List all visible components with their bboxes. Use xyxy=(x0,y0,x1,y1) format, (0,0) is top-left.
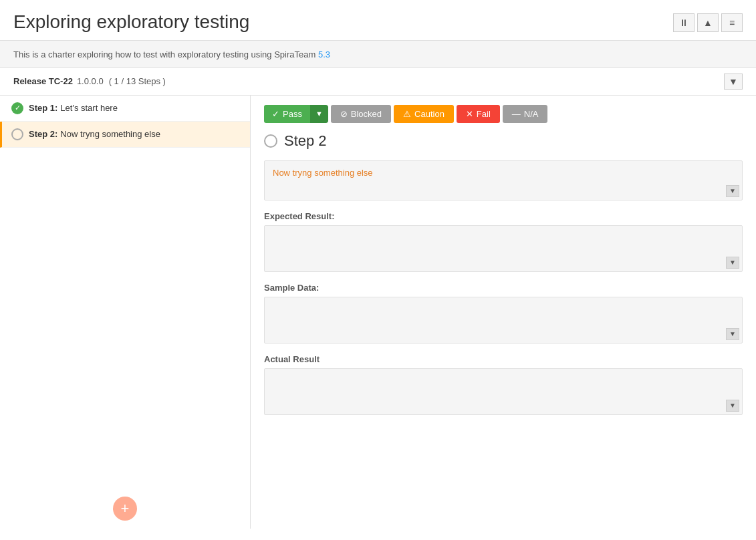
menu-button[interactable]: ≡ xyxy=(721,13,743,32)
right-panel: ✓ Pass ▼ ⊘ Blocked ⚠ Caution ✕ Fail xyxy=(251,96,756,529)
actual-result-label: Actual Result xyxy=(264,354,743,364)
expected-result-label: Expected Result: xyxy=(264,211,743,221)
action-bar: ✓ Pass ▼ ⊘ Blocked ⚠ Caution ✕ Fail xyxy=(264,96,743,132)
step-1-status-icon: ✓ xyxy=(11,102,23,114)
fail-icon: ✕ xyxy=(466,109,473,119)
step-2-label: Step 2: xyxy=(29,129,57,139)
sample-data-label: Sample Data: xyxy=(264,283,743,293)
description-text: Now tryng something else xyxy=(273,168,373,178)
sample-data-dropdown[interactable]: ▼ xyxy=(726,328,739,340)
description-section: Now tryng something else ▼ xyxy=(264,160,743,200)
na-button[interactable]: — N/A xyxy=(503,105,548,123)
blocked-button[interactable]: ⊘ Blocked xyxy=(331,105,391,123)
actual-result-section: Actual Result ▼ xyxy=(264,354,743,415)
step-2-description: Now tryng something else xyxy=(60,129,160,139)
actual-result-dropdown[interactable]: ▼ xyxy=(726,400,739,412)
step-detail-title: Step 2 xyxy=(284,132,327,150)
description-dropdown[interactable]: ▼ xyxy=(726,185,739,197)
pass-button[interactable]: ✓ Pass xyxy=(264,105,310,123)
step-item-1[interactable]: ✓ Step 1: Let's start here xyxy=(0,96,250,122)
page-header: Exploring exploratory testing ⏸ ▲ ≡ xyxy=(0,0,756,41)
expected-result-box[interactable]: ▼ xyxy=(264,225,743,272)
add-step-button[interactable]: + xyxy=(113,497,137,521)
spira-version-link[interactable]: 5.3 xyxy=(318,49,330,59)
step-detail-heading: Step 2 xyxy=(264,132,743,150)
caution-icon: ⚠ xyxy=(403,109,411,119)
expected-result-dropdown[interactable]: ▼ xyxy=(726,257,739,269)
pass-dropdown-button[interactable]: ▼ xyxy=(310,105,328,123)
step-item-2[interactable]: Step 2: Now tryng something else xyxy=(0,122,250,148)
release-label: Release TC-22 xyxy=(13,76,73,86)
main-layout: ✓ Step 1: Let's start here Step 2: Now t… xyxy=(0,96,756,529)
fail-button[interactable]: ✕ Fail xyxy=(457,105,500,123)
release-dropdown[interactable]: ▼ xyxy=(724,74,743,90)
step-1-description: Let's start here xyxy=(60,103,118,113)
na-icon: — xyxy=(512,109,521,119)
expected-result-section: Expected Result: ▼ xyxy=(264,211,743,272)
pass-button-group: ✓ Pass ▼ xyxy=(264,105,328,123)
step-heading-circle xyxy=(264,134,277,148)
header-controls: ⏸ ▲ ≡ xyxy=(673,13,743,32)
blocked-icon: ⊘ xyxy=(340,109,348,119)
sample-data-section: Sample Data: ▼ xyxy=(264,283,743,344)
caution-button[interactable]: ⚠ Caution xyxy=(394,105,454,123)
pause-button[interactable]: ⏸ xyxy=(673,13,695,32)
page-title: Exploring exploratory testing xyxy=(13,11,249,33)
step-list: ✓ Step 1: Let's start here Step 2: Now t… xyxy=(0,96,250,489)
left-panel: ✓ Step 1: Let's start here Step 2: Now t… xyxy=(0,96,251,529)
charter-text: This is a charter exploring how to test … xyxy=(13,49,330,59)
charter-bar: This is a charter exploring how to test … xyxy=(0,41,756,68)
release-steps: ( 1 / 13 Steps ) xyxy=(109,76,166,86)
release-version: 1.0.0.0 xyxy=(77,76,104,86)
pass-check-icon: ✓ xyxy=(272,109,279,119)
sample-data-box[interactable]: ▼ xyxy=(264,297,743,344)
step-2-status-icon xyxy=(11,128,23,140)
add-step-section: + xyxy=(0,489,250,529)
step-1-label: Step 1: xyxy=(29,103,57,113)
actual-result-box[interactable]: ▼ xyxy=(264,368,743,415)
description-box[interactable]: Now tryng something else ▼ xyxy=(264,160,743,200)
upload-button[interactable]: ▲ xyxy=(697,13,719,32)
release-bar: Release TC-22 1.0.0.0 ( 1 / 13 Steps ) ▼ xyxy=(0,68,756,96)
